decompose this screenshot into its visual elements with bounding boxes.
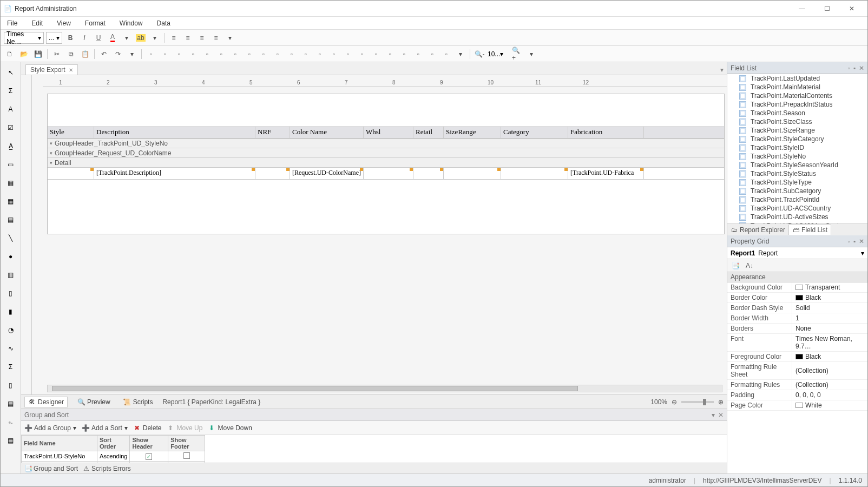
layout-button-13[interactable]: ▫ [328,48,340,60]
zoom-out-button[interactable]: 🔍- [474,48,485,60]
menu-edit[interactable]: Edit [29,18,45,28]
align-left-button[interactable]: ≡ [168,32,180,44]
doc-tab-style-export[interactable]: Style Export ✕ [25,64,78,75]
field-item[interactable]: TrackPoint.LastUpdated [727,74,867,83]
property-row[interactable]: Page ColorWhite [727,400,867,411]
layout-button-11[interactable]: ▫ [300,48,312,60]
field-item[interactable]: TrackPoint.UD-ACSCountry [727,204,867,213]
property-row[interactable]: Border Width1 [727,313,867,324]
panel-close-icon[interactable]: ✕ [859,238,864,245]
align-justify-button[interactable]: ≡ [210,32,222,44]
field-item[interactable]: TrackPoint.MainMaterial [727,83,867,91]
collapse-icon[interactable]: ▾ [50,160,52,166]
italic-button[interactable]: I [78,32,90,44]
detail-cell-whsl[interactable] [364,168,413,179]
property-row[interactable]: Foreground ColorBlack [727,352,867,362]
panel-pin-icon[interactable]: ▪ [853,238,856,245]
bold-button[interactable]: B [64,32,76,44]
property-selector[interactable]: Report1Report▾ [727,247,867,259]
tab-group-and-sort[interactable]: 📑Group and Sort [24,465,78,472]
gs-header[interactable]: Show Footer [168,436,205,451]
menu-window[interactable]: Window [117,18,145,28]
band-groupheader2[interactable]: ▾GroupHeader_Request_UD_ColorName [48,148,724,158]
layout-button-21[interactable]: ▫ [440,48,452,60]
categorized-button[interactable]: 📑 [729,260,741,272]
column-header-description[interactable]: Description [94,127,255,138]
show-footer-checkbox[interactable] [183,452,190,459]
zoom-out-icon[interactable]: ⊖ [672,398,677,406]
toolbox-item-7[interactable]: ▦ [4,194,18,208]
column-header-nrf[interactable]: NRF [255,127,290,138]
underline-button[interactable]: U [93,32,104,44]
field-item[interactable]: TrackPoint.StyleID [727,143,867,152]
close-button[interactable]: ✕ [839,1,864,16]
cut-button[interactable]: ✂ [51,48,63,60]
menu-view[interactable]: View [55,18,73,28]
field-item[interactable]: TrackPoint.UD-ActiveSizes [727,213,867,221]
new-button[interactable]: 🗋 [4,48,16,60]
property-row[interactable]: Formatting Rule Sheet(Collection) [727,362,867,380]
toolbox-item-4[interactable]: A̲ [4,139,18,153]
gs-header[interactable]: Sort Order [97,436,130,451]
collapse-icon[interactable]: ▾ [50,150,52,156]
layout-button-6[interactable]: ▫ [229,48,241,60]
layout-button-20[interactable]: ▫ [426,48,438,60]
layout-button-18[interactable]: ▫ [398,48,410,60]
layout-button-4[interactable]: ▫ [201,48,213,60]
layout-button-15[interactable]: ▫ [356,48,368,60]
detail-cell-retail[interactable] [413,168,444,179]
band-detail[interactable]: ▾Detail [48,158,724,168]
panel-menu-icon[interactable]: ▫ [847,238,850,245]
font-combo[interactable]: Times Ne…▾ [4,32,44,44]
field-item[interactable]: TrackPoint.PrepackIntStatus [727,100,867,109]
minimize-button[interactable]: — [790,1,814,16]
maximize-button[interactable]: ☐ [814,1,839,16]
tab-scripts[interactable]: 📜Scripts [120,397,156,407]
detail-cell-description[interactable]: [TrackPoint.Description] [94,168,255,179]
panel-pin-icon[interactable]: ▪ [853,64,856,72]
paste-button[interactable]: 📋 [79,48,91,60]
gs-header[interactable]: Field Name [22,436,97,451]
align-center-button[interactable]: ≡ [182,32,194,44]
forecolor-button[interactable]: A [107,32,119,44]
toolbar2-overflow3-icon[interactable]: ▾ [525,48,537,60]
field-item[interactable]: TrackPoint.SizeRange [727,126,867,135]
field-item[interactable]: TrackPoint.StyleStatus [727,169,867,178]
layout-button-12[interactable]: ▫ [314,48,326,60]
field-item[interactable]: TrackPoint.StyleNo [727,152,867,161]
layout-button-3[interactable]: ▫ [187,48,199,60]
size-combo[interactable]: ...▾ [46,32,62,44]
redo-button[interactable]: ↷ [112,48,124,60]
field-item[interactable]: TrackPoint.Season [727,109,867,117]
horizontal-scrollbar[interactable] [47,385,722,392]
column-header-sizerange[interactable]: SizeRange [444,127,501,138]
toolbox-item-8[interactable]: ▤ [4,213,18,227]
layout-button-1[interactable]: ▫ [159,48,171,60]
panel-menu-icon[interactable]: ▫ [847,64,850,72]
zoom-in-button[interactable]: 🔍+ [511,48,523,60]
detail-cell-style[interactable] [48,168,94,179]
panel-menu-icon[interactable]: ▾ [712,411,715,419]
toolbox-item-2[interactable]: A [4,102,18,116]
toolbox-item-5[interactable]: ▭ [4,157,18,172]
toolbar2-overflow2-icon[interactable]: ▾ [455,48,466,60]
toolbox-item-13[interactable]: ▮ [4,305,18,319]
zoom-slider[interactable] [681,401,714,403]
gs-row[interactable]: TrackPoint.UD-StyleNoAscending✓ [22,451,205,462]
move-up-button[interactable]: ⬆Move Up [167,424,202,432]
layout-button-0[interactable]: ▫ [145,48,157,60]
backcolor-button[interactable]: ab [135,32,147,44]
column-header-whsl[interactable]: Whsl [364,127,413,138]
field-item[interactable]: TrackPoint.MaterialContents [727,91,867,100]
backcolor-drop-icon[interactable]: ▾ [149,32,161,44]
property-row[interactable]: Background ColorTransparent [727,282,867,293]
layout-button-14[interactable]: ▫ [342,48,354,60]
tab-report-explorer[interactable]: 🗂Report Explorer [727,225,788,235]
tab-scripts-errors[interactable]: ⚠Scripts Errors [82,465,131,472]
property-row[interactable]: BordersNone [727,324,867,334]
toolbox-item-18[interactable]: ▤ [4,397,18,411]
menu-format[interactable]: Format [83,18,108,28]
toolbox-item-16[interactable]: Σ [4,360,18,374]
save-button[interactable]: 💾 [32,48,44,60]
layout-button-17[interactable]: ▫ [384,48,396,60]
